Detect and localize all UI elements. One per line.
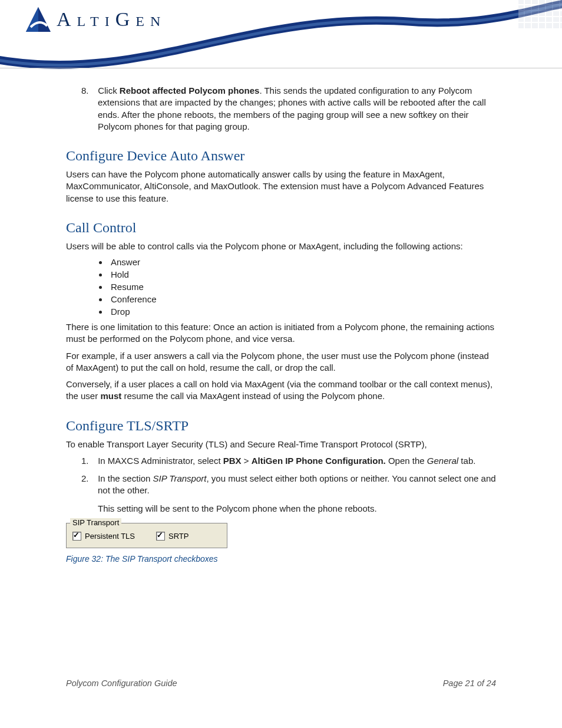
brand-logo: AltiGen: [25, 6, 166, 33]
tls-step-2: 2. In the section SIP Transport, you mus…: [98, 473, 496, 497]
page-footer: Polycom Configuration Guide Page 21 of 2…: [0, 678, 562, 688]
list-item: Resume: [108, 282, 496, 292]
footer-title: Polycom Configuration Guide: [66, 678, 177, 688]
call-control-list: Answer Hold Resume Conference Drop: [66, 257, 496, 317]
checkbox-icon: [72, 532, 81, 541]
tls-steps: 1. In MAXCS Administrator, select PBX > …: [66, 455, 496, 497]
checkbox-icon: [156, 532, 165, 541]
checkbox-label: SRTP: [168, 532, 189, 541]
page-content: 8. Click Reboot affected Polycom phones.…: [0, 71, 562, 564]
list-item: Hold: [108, 269, 496, 279]
figure-caption: Figure 32: The SIP Transport checkboxes: [66, 554, 496, 564]
call-control-limit: There is one limitation to this feature:…: [66, 321, 496, 345]
auto-answer-para: Users can have the Polycom phone automat…: [66, 169, 496, 205]
step-text: Click Reboot affected Polycom phones. Th…: [98, 85, 486, 131]
heading-auto-answer: Configure Device Auto Answer: [66, 148, 496, 164]
logo-text: AltiGen: [57, 8, 166, 31]
tls-note: This setting will be sent to the Polycom…: [66, 503, 496, 515]
step-8: 8. Click Reboot affected Polycom phones.…: [98, 85, 496, 133]
groupbox-legend: SIP Transport: [70, 518, 121, 527]
list-item: Conference: [108, 294, 496, 304]
tls-step-1: 1. In MAXCS Administrator, select PBX > …: [98, 455, 496, 467]
svg-rect-0: [0, 68, 562, 68]
figure-sip-transport: SIP Transport Persistent TLS SRTP Figure…: [66, 523, 496, 564]
step-text: In the section SIP Transport, you must s…: [98, 473, 496, 495]
heading-call-control: Call Control: [66, 220, 496, 236]
checkbox-persistent-tls[interactable]: Persistent TLS: [72, 532, 135, 541]
page-header: AltiGen: [0, 0, 562, 71]
tls-intro: To enable Transport Layer Security (TLS)…: [66, 439, 496, 450]
sip-transport-groupbox: SIP Transport Persistent TLS SRTP: [66, 523, 227, 548]
continued-steps: 8. Click Reboot affected Polycom phones.…: [66, 85, 496, 133]
heading-tls-srtp: Configure TLS/SRTP: [66, 418, 496, 434]
step-number: 2.: [81, 473, 95, 485]
call-control-intro: Users will be able to control calls via …: [66, 241, 496, 252]
call-control-example1: For example, if a user answers a call vi…: [66, 350, 496, 374]
checkbox-label: Persistent TLS: [85, 532, 135, 541]
step-number: 1.: [81, 455, 95, 467]
logo-icon: [25, 6, 52, 33]
svg-rect-1: [518, 0, 562, 28]
footer-page: Page 21 of 24: [443, 678, 496, 688]
step-text: In MAXCS Administrator, select PBX > Alt…: [98, 456, 475, 466]
list-item: Drop: [108, 307, 496, 317]
checkbox-srtp[interactable]: SRTP: [156, 532, 189, 541]
list-item: Answer: [108, 257, 496, 267]
step-number: 8.: [81, 85, 95, 97]
call-control-example2: Conversely, if a user places a call on h…: [66, 378, 496, 403]
